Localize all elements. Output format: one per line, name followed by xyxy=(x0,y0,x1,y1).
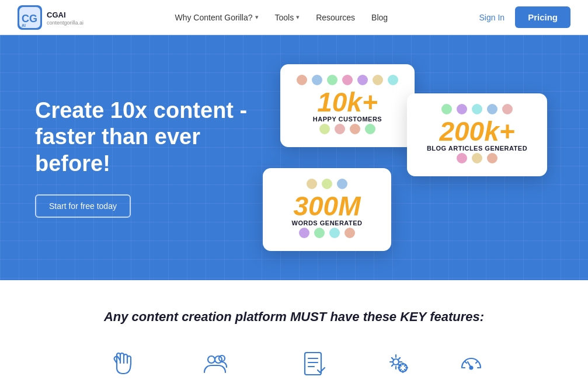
stat-card-words: 300M Words Generated xyxy=(263,168,391,251)
nav-resources[interactable]: Resources xyxy=(316,13,355,22)
nav-blog[interactable]: Blog xyxy=(371,13,388,22)
avatar xyxy=(336,177,349,190)
nav-actions: Sign In Pricing xyxy=(479,6,570,28)
avatar xyxy=(313,226,326,239)
avatar xyxy=(371,74,384,86)
feature-item-ease: Ease of Use xyxy=(100,348,145,380)
svg-point-9 xyxy=(470,367,473,369)
avatar xyxy=(455,152,468,165)
avatar xyxy=(311,74,323,86)
stat-card-articles: 200k+ Blog Articles Generated xyxy=(407,93,547,176)
features-title: Any content creation platform MUST have … xyxy=(23,309,565,325)
avatar xyxy=(305,177,318,190)
avatar xyxy=(364,123,377,135)
logo-text-area: CGAI contentgorilla.ai xyxy=(47,9,83,26)
users-icon xyxy=(199,348,231,380)
avatar xyxy=(356,74,369,86)
logo[interactable]: CG AI CGAI contentgorilla.ai xyxy=(18,5,83,30)
svg-point-4 xyxy=(215,356,222,363)
svg-point-7 xyxy=(393,359,399,365)
gear-icon xyxy=(383,348,416,380)
svg-point-3 xyxy=(208,356,215,363)
avatar xyxy=(328,226,341,239)
svg-text:AI: AI xyxy=(22,23,26,27)
features-section: Any content creation platform MUST have … xyxy=(0,280,588,380)
avatar xyxy=(471,103,483,116)
document-icon xyxy=(298,348,330,380)
avatar xyxy=(471,152,483,165)
feature-item-unique: Unique Content Creation xyxy=(180,348,250,380)
stat-label-articles: Blog Articles Generated xyxy=(427,145,527,152)
avatar xyxy=(326,74,339,86)
avatar xyxy=(321,177,333,190)
avatar xyxy=(298,226,311,239)
avatar-row-words xyxy=(305,177,349,190)
hero-cta-button[interactable]: Start for free today xyxy=(35,194,131,218)
avatar xyxy=(341,74,354,86)
nav-why[interactable]: Why Content Gorilla? xyxy=(175,13,258,22)
avatar xyxy=(318,123,331,135)
speedometer-icon xyxy=(455,348,488,380)
avatar xyxy=(387,74,399,86)
features-grid: Ease of Use Unique Content Creation xyxy=(23,348,565,380)
avatar-row-bottom xyxy=(318,123,377,135)
pricing-button[interactable]: Pricing xyxy=(515,6,570,28)
hero-title: Create 10x content - faster than ever be… xyxy=(35,97,257,177)
avatar xyxy=(295,74,308,86)
stat-number-words: 300M xyxy=(293,193,360,219)
signin-link[interactable]: Sign In xyxy=(479,13,505,22)
svg-text:CG: CG xyxy=(22,13,37,25)
logo-subtitle: contentgorilla.ai xyxy=(47,20,83,26)
stat-card-customers: 10k+ Happy Customers xyxy=(280,64,415,147)
avatar xyxy=(501,103,514,116)
avatar-row-top xyxy=(295,74,399,86)
feature-item-automation: Automation xyxy=(378,348,420,380)
avatar xyxy=(486,103,499,116)
avatar xyxy=(349,123,361,135)
avatar xyxy=(343,226,356,239)
hero-section: Create 10x content - faster than ever be… xyxy=(0,35,588,280)
feature-item-newbie: Newbie Friendly xyxy=(285,348,343,380)
avatar-row-articles-bottom xyxy=(455,152,499,165)
hero-left: Create 10x content - faster than ever be… xyxy=(35,97,257,218)
avatar xyxy=(486,152,499,165)
avatar-row-articles xyxy=(440,103,514,116)
navbar: CG AI CGAI contentgorilla.ai Why Content… xyxy=(0,0,588,35)
stat-label-customers: Happy Customers xyxy=(313,116,382,123)
avatar xyxy=(333,123,346,135)
logo-name: CGAI xyxy=(47,11,66,19)
logo-icon: CG AI xyxy=(18,5,42,30)
avatar-row-words-bottom xyxy=(298,226,356,239)
feature-item-speed: Speed xyxy=(455,348,488,380)
stat-label-words: Words Generated xyxy=(292,219,363,226)
avatar xyxy=(455,103,468,116)
stat-number-articles: 200k+ xyxy=(439,118,514,145)
stat-number-customers: 10k+ xyxy=(317,89,378,116)
avatar xyxy=(440,103,453,116)
hero-stats: 10k+ Happy Customers 200k+ Blog Articles… xyxy=(257,58,553,257)
nav-links: Why Content Gorilla? Tools Resources Blo… xyxy=(175,13,388,22)
hand-wave-icon xyxy=(106,348,139,380)
nav-tools[interactable]: Tools xyxy=(275,13,300,22)
